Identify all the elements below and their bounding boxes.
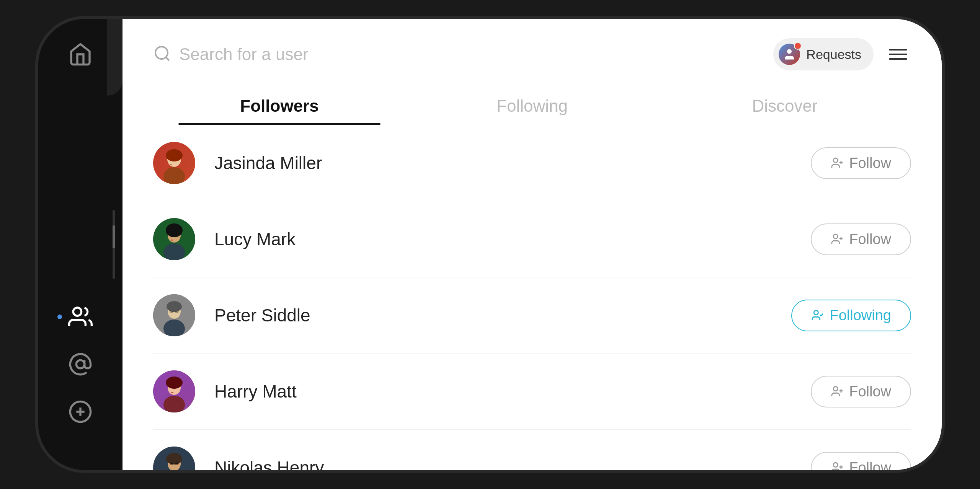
svg-point-12 [166,149,183,161]
svg-rect-21 [171,240,173,241]
user-name-harry: Harry Matt [214,381,811,402]
user-row: Harry Matt Follow [153,354,911,430]
home-icon [68,42,93,67]
user-list: Jasinda Miller Follow [122,125,942,470]
svg-point-30 [175,311,179,313]
requests-avatar-icon [782,47,796,61]
scroll-thumb [113,225,115,248]
tab-followers[interactable]: Followers [153,86,406,125]
menu-button[interactable] [885,45,911,64]
svg-point-20 [166,223,183,237]
follow-icon-lucy [831,233,844,246]
user-row: Peter Siddle Following [153,277,911,354]
user-name-nikolas: Nikolas Henry [214,457,811,470]
svg-point-45 [175,463,179,465]
follow-icon-harry [831,385,844,398]
follow-button-harry[interactable]: Follow [811,376,911,408]
user-name-jasinda: Jasinda Miller [214,153,811,173]
follow-button-jasinda[interactable]: Follow [811,147,911,179]
tabs: Followers Following Discover [153,86,911,125]
main-content: Search for a user Requests [122,19,942,470]
user-name-lucy: Lucy Mark [214,229,811,249]
avatar-jasinda [153,142,195,184]
tab-discover[interactable]: Discover [658,86,911,125]
svg-point-35 [166,377,183,389]
avatar-image-nikolas [153,447,195,470]
people-icon [68,305,93,329]
follow-button-peter[interactable]: Following [791,300,911,331]
hamburger-line-2 [889,54,907,55]
scroll-indicator [113,210,115,279]
sidebar-item-home[interactable] [68,42,93,68]
user-name-peter: Peter Siddle [214,305,791,326]
svg-point-43 [166,453,182,465]
svg-point-44 [170,463,173,465]
sidebar-item-add[interactable] [68,399,93,424]
sidebar-item-people[interactable] [68,305,93,329]
follow-icon-jasinda [831,156,844,170]
search-icon [153,44,172,64]
user-row: Jasinda Miller Follow [153,125,911,201]
avatar-nikolas [153,447,195,470]
phone-frame: Search for a user Requests [38,19,942,470]
svg-point-1 [76,360,84,368]
sidebar [38,19,122,470]
tab-following[interactable]: Following [406,86,658,125]
avatar-harry [153,370,195,412]
at-icon [68,352,93,377]
svg-point-0 [73,308,81,316]
requests-button[interactable]: Requests [773,38,874,70]
user-row: Nikolas Henry Follow [153,430,911,470]
hamburger-line-1 [889,49,907,51]
avatar-image-harry [153,370,195,412]
svg-point-7 [787,49,792,54]
svg-point-5 [155,47,168,59]
svg-rect-13 [170,164,172,165]
following-icon-peter [811,309,824,322]
svg-point-29 [170,311,173,313]
svg-rect-36 [171,392,173,393]
avatar-image-lucy [153,218,195,260]
svg-point-28 [167,301,182,312]
follow-icon-nikolas [831,461,844,470]
svg-line-6 [166,57,169,60]
svg-point-37 [833,386,838,391]
svg-point-31 [814,310,818,315]
requests-avatar [779,44,800,65]
avatar-image-jasinda [153,142,195,184]
search-row: Search for a user Requests [153,38,911,70]
follow-button-nikolas[interactable]: Follow [811,452,911,470]
search-placeholder: Search for a user [179,45,309,64]
user-row: Lucy Mark Follow [153,201,911,277]
avatar-lucy [153,218,195,260]
avatar-peter [153,294,195,336]
svg-point-22 [833,234,838,238]
header: Search for a user Requests [122,19,942,125]
sidebar-nav [68,305,93,424]
plus-circle-icon [68,399,93,424]
search-input-wrap[interactable]: Search for a user [153,44,309,64]
svg-point-46 [833,463,838,467]
avatar-image-peter [153,294,195,336]
hamburger-line-3 [889,58,907,60]
svg-point-14 [833,158,838,162]
active-indicator [57,315,62,319]
header-right: Requests [773,38,911,70]
requests-label: Requests [806,47,861,62]
follow-button-lucy[interactable]: Follow [811,223,911,255]
sidebar-item-at[interactable] [68,352,93,377]
